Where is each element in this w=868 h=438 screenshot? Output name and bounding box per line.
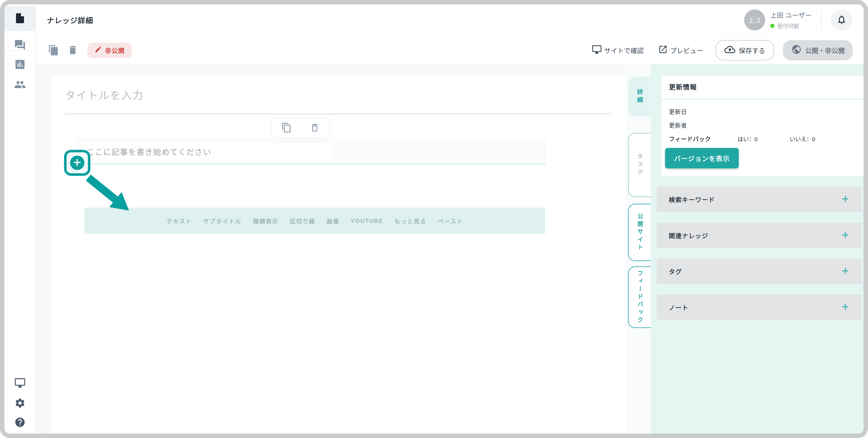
copy-block-icon[interactable] (281, 122, 292, 134)
add-block-annotation (64, 150, 90, 176)
user-avatar[interactable]: 上ユ (744, 9, 765, 30)
article-block: ここに記事を書き始めてください (78, 138, 546, 164)
block-type-menu: テキスト サブタイトル 強調表示 区切り線 画像 YOUTUBE もっと見る ペ… (84, 208, 545, 234)
section-label: 検索キーワード (669, 195, 715, 204)
menu-item-text[interactable]: テキスト (166, 217, 192, 225)
section-tags[interactable]: タグ (657, 259, 862, 284)
article-body-input[interactable]: ここに記事を書き始めてください (84, 143, 332, 160)
tab-public-site[interactable]: 公開サイト (628, 204, 651, 261)
editor-toolbar: 非公開 サイトで確認 プレビュー 保存する (36, 36, 864, 64)
sidebar-item-knowledge[interactable] (4, 6, 35, 31)
save-button[interactable]: 保存する (715, 40, 774, 60)
pencil-icon (94, 46, 102, 55)
users-icon (14, 79, 26, 91)
tab-feedback[interactable]: フィードバック (628, 267, 651, 328)
save-label: 保存する (739, 45, 765, 55)
menu-item-paste[interactable]: ペースト (438, 217, 463, 225)
sidebar-item-help[interactable] (4, 410, 35, 434)
title-underline (65, 114, 611, 114)
detail-panel: 更新情報 更新日 更新者 フィードバック はい：0 いいえ：0 バージョンを表示… (651, 64, 864, 434)
app-window: ナレッジ詳細 上ユ 上田 ユーザー 受付可能 (4, 4, 864, 434)
publish-toggle-label: 公開・非公開 (805, 45, 845, 55)
plus-icon[interactable] (841, 230, 850, 240)
user-name: 上田 ユーザー (770, 10, 812, 20)
monitor-icon (592, 44, 602, 56)
side-tab-strip: 詳細 タスク 公開サイト フィードバック (626, 64, 651, 434)
plus-icon[interactable] (841, 302, 850, 312)
section-notes[interactable]: ノート (657, 294, 862, 320)
plus-icon[interactable] (841, 267, 850, 276)
user-status: 受付可能 (770, 22, 812, 30)
bell-icon (836, 14, 847, 26)
preview-label: プレビュー (670, 45, 703, 55)
notifications-button[interactable] (831, 9, 852, 31)
update-info-divider (661, 99, 864, 100)
menu-item-more[interactable]: もっと見る (395, 217, 427, 225)
feedback-no-count: いいえ：0 (789, 135, 815, 143)
delete-document-icon[interactable] (67, 44, 79, 56)
section-related-knowledge[interactable]: 関連ナレッジ (657, 223, 862, 248)
sidebar-item-users[interactable] (4, 72, 35, 97)
duplicate-document-icon[interactable] (48, 44, 59, 56)
help-icon (14, 417, 26, 429)
section-search-keywords[interactable]: 検索キーワード (657, 187, 862, 212)
header-divider (821, 11, 822, 29)
plus-icon (73, 158, 82, 167)
section-label: 関連ナレッジ (669, 231, 708, 240)
publish-status-label: 非公開 (105, 46, 125, 55)
feedback-yes-count: はい：0 (738, 135, 757, 143)
top-header: ナレッジ詳細 上ユ 上田 ユーザー 受付可能 (36, 4, 864, 36)
menu-item-highlight[interactable]: 強調表示 (253, 217, 278, 225)
status-dot-icon (770, 24, 774, 28)
menu-item-subtitle[interactable]: サブタイトル (203, 217, 242, 225)
menu-item-divider[interactable]: 区切り線 (290, 217, 315, 225)
update-info-title: 更新情報 (669, 82, 697, 91)
section-label: タグ (669, 267, 682, 276)
user-menu[interactable]: 上田 ユーザー 受付可能 (770, 10, 812, 30)
update-editor-label: 更新者 (669, 121, 687, 129)
cloud-upload-icon (724, 44, 735, 57)
menu-item-youtube[interactable]: YOUTUBE (350, 218, 383, 224)
plus-icon[interactable] (841, 194, 850, 204)
update-info-card: 更新情報 更新日 更新者 フィードバック はい：0 いいえ：0 バージョンを表示 (661, 76, 864, 176)
chart-icon (14, 58, 26, 71)
publish-toggle-button[interactable]: 公開・非公開 (783, 40, 853, 60)
globe-icon (791, 44, 802, 56)
add-block-button[interactable] (70, 156, 84, 170)
update-date-label: 更新日 (669, 107, 687, 116)
block-action-group (271, 118, 330, 138)
page-title: ナレッジ詳細 (47, 14, 93, 25)
gear-icon (14, 398, 26, 409)
show-versions-button[interactable]: バージョンを表示 (665, 148, 739, 168)
sidebar-divider (4, 50, 35, 51)
publish-status-badge[interactable]: 非公開 (88, 43, 132, 58)
delete-block-icon[interactable] (310, 123, 320, 133)
tab-detail[interactable]: 詳細 (628, 77, 651, 117)
tab-task[interactable]: タスク (628, 133, 651, 197)
document-icon (14, 12, 26, 25)
site-check-label: サイトで確認 (604, 45, 644, 55)
menu-item-image[interactable]: 画像 (327, 217, 339, 225)
site-check-button[interactable]: サイトで確認 (592, 44, 644, 56)
screenshot-root: ナレッジ詳細 上ユ 上田 ユーザー 受付可能 (0, 0, 868, 438)
monitor-icon (14, 377, 26, 389)
user-status-label: 受付可能 (777, 22, 799, 30)
title-input[interactable]: タイトルを入力 (65, 87, 144, 102)
left-sidebar (4, 4, 36, 434)
preview-button[interactable]: プレビュー (658, 44, 703, 56)
feedback-label: フィードバック (669, 134, 711, 143)
external-link-icon (658, 44, 668, 56)
arrow-annotation (84, 174, 139, 216)
article-body-placeholder: ここに記事を書き始めてください (87, 146, 212, 157)
section-label: ノート (669, 303, 688, 312)
chat-icon (14, 39, 26, 52)
editor-card: タイトルを入力 ここに記事を書き始めてください (52, 76, 626, 434)
